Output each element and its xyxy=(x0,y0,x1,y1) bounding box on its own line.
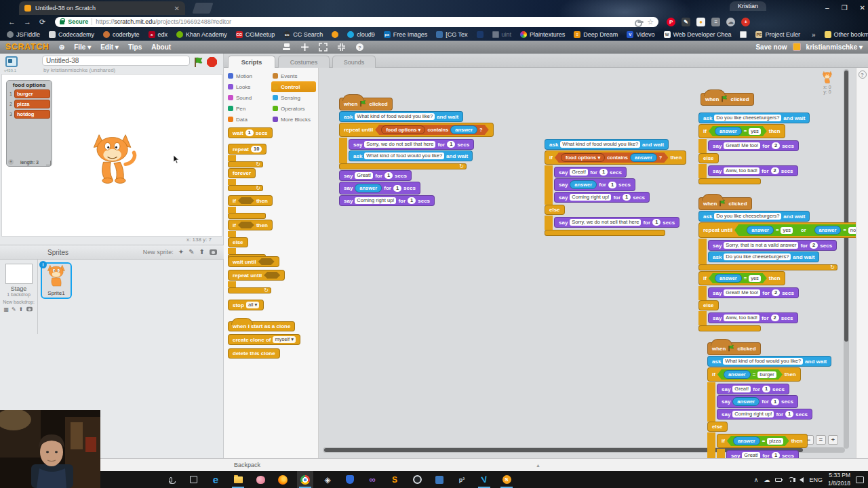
upload-icon[interactable]: ⬆ xyxy=(199,249,205,256)
taskbar-task-view[interactable] xyxy=(185,471,201,488)
block-help-icon[interactable]: ? xyxy=(355,43,364,52)
reporter-block[interactable]: answer xyxy=(732,397,760,406)
boolean-block[interactable]: answer=yes xyxy=(709,273,767,283)
script[interactable]: askDo you like cheeseburgers?and waitifa… xyxy=(698,113,810,185)
tray-expand-icon[interactable]: ∧ xyxy=(754,476,759,483)
hat-block[interactable]: when I start as a clone xyxy=(228,321,295,331)
taskbar-visual-studio[interactable]: ∞ xyxy=(364,471,380,488)
stack-block[interactable]: delete this clone xyxy=(228,348,280,359)
text-field[interactable]: Aww, too bad! xyxy=(724,314,760,321)
reporter-block[interactable]: answer xyxy=(450,125,477,134)
boolean-slot[interactable] xyxy=(264,272,280,279)
c-block[interactable]: ifthenelse xyxy=(228,220,273,261)
bookmark-Videvo[interactable]: VVidevo xyxy=(627,31,654,38)
taskbar-chrome[interactable] xyxy=(297,471,313,488)
bookmark-CGMeetup[interactable]: CGCGMeetup xyxy=(236,31,275,38)
stage-selector[interactable]: Stage 1 backdrop New backdrop: ▦ ✎ ⬆ xyxy=(0,260,38,334)
cat-sprite[interactable] xyxy=(87,131,138,184)
reporter-dropdown[interactable]: food options ▾ xyxy=(561,153,605,162)
stack-block[interactable]: sayAww, too bad!for2secs xyxy=(708,165,798,176)
stack-block[interactable]: askWhat kind of food would you like?and … xyxy=(349,150,473,161)
number-field[interactable]: 10 xyxy=(251,146,262,152)
reporter-block[interactable]: answer xyxy=(814,226,842,235)
number-field[interactable]: 2 xyxy=(772,142,780,149)
script[interactable]: wait1secs xyxy=(228,127,273,139)
close-button[interactable]: ✕ xyxy=(860,4,865,12)
taskbar-shield-app[interactable] xyxy=(342,471,358,488)
bookmark-cloud9[interactable]: cloud9 xyxy=(347,31,375,38)
reporter-block[interactable]: answer xyxy=(715,127,742,136)
stack-block[interactable]: askWhat kind of food would you like?and … xyxy=(707,356,831,367)
green-flag-button[interactable] xyxy=(193,57,204,68)
stack-block[interactable]: wait1secs xyxy=(228,127,273,138)
number-field[interactable]: 1 xyxy=(785,411,793,418)
number-field[interactable]: 2 xyxy=(771,314,779,321)
scripts-canvas[interactable]: x: 0 y: 0 − = + whenclickedaskWhat kind … xyxy=(319,68,856,458)
stack-block[interactable]: sayGreat!for1secs xyxy=(554,167,627,178)
taskbar-firefox[interactable] xyxy=(275,471,291,488)
bookmarks-overflow-icon[interactable]: » xyxy=(812,31,816,39)
sprite-info-icon[interactable]: i xyxy=(39,261,47,268)
reporter-block[interactable]: answer xyxy=(715,274,742,283)
c-block[interactable]: ifanswer=burgerthensayGreat!for1secssaya… xyxy=(707,367,812,458)
camera-icon[interactable] xyxy=(210,249,217,255)
number-field[interactable]: 1 xyxy=(623,194,631,201)
category-control[interactable]: Control xyxy=(271,81,316,92)
stack-block[interactable]: sayGreat! Me too!for2secs xyxy=(708,140,799,151)
number-field[interactable]: 1 xyxy=(384,172,393,179)
c-block[interactable]: ifthen xyxy=(228,195,273,220)
script[interactable]: repeat10↻ xyxy=(228,144,267,168)
text-field[interactable]: Great! xyxy=(732,386,751,392)
c-block[interactable]: repeat untilanswer=yesoranswer=nosaySorr… xyxy=(698,222,856,271)
script[interactable]: whenclickedaskDo you like cheeseburgers?… xyxy=(698,193,856,332)
boolean-block[interactable]: answer=pizza xyxy=(727,436,789,446)
pinterest-icon[interactable]: P xyxy=(667,18,675,26)
duplicate-stamp-icon[interactable] xyxy=(282,43,291,52)
text-field[interactable]: What kind of food would you like? xyxy=(560,141,640,148)
bookmark-Free Images[interactable]: pxFree Images xyxy=(384,31,428,38)
text-field[interactable]: Great! xyxy=(570,169,588,176)
bookmark-star-icon[interactable]: ☆ xyxy=(647,18,654,26)
text-field[interactable]: no xyxy=(848,227,856,234)
key-icon[interactable] xyxy=(637,21,644,23)
script[interactable]: delete this clone xyxy=(228,348,280,359)
script[interactable]: ifthenelse xyxy=(228,220,273,261)
stack-block[interactable]: stopall ▾ xyxy=(228,300,264,310)
reporter-block[interactable]: answer xyxy=(733,436,760,445)
text-field[interactable]: What kind of food would you like? xyxy=(364,152,444,159)
pencil-icon[interactable]: ✎ xyxy=(682,18,690,26)
bookmark-Codecademy[interactable]: Codecademy xyxy=(49,31,94,38)
stack-block[interactable]: saySorry, we do not sell that herefor1se… xyxy=(554,217,679,228)
paint-brush-icon[interactable]: ✎ xyxy=(12,306,16,313)
bookmark-edx[interactable]: xedx xyxy=(149,31,168,38)
tab-scripts[interactable]: Scripts xyxy=(228,56,275,68)
boolean-slot[interactable] xyxy=(238,222,254,228)
c-block[interactable]: repeat untilfood options ▾containsanswer… xyxy=(339,123,494,170)
reporter-block[interactable]: answer xyxy=(747,226,774,235)
reporter-block[interactable]: answer xyxy=(355,184,382,192)
number-field[interactable]: 1 xyxy=(447,141,455,148)
stack-block[interactable]: sayComing right up!for1secs xyxy=(717,409,812,420)
category-pen[interactable]: Pen xyxy=(226,103,271,114)
onedrive-cloud-icon[interactable]: ☁ xyxy=(764,476,770,483)
boolean-block[interactable]: answer=yesoranswer=no xyxy=(734,224,856,236)
bookmark-Deep Dream[interactable]: ≡Deep Dream xyxy=(574,31,618,38)
username-menu[interactable]: kristianmischke ▾ xyxy=(806,43,863,51)
number-field[interactable]: 1 xyxy=(608,182,616,188)
text-field[interactable]: Coming right up! xyxy=(732,411,774,418)
camera-icon[interactable] xyxy=(27,307,33,311)
list-add-button[interactable]: + xyxy=(8,159,14,165)
bookmark-[CG Tex[interactable]: [CG Tex xyxy=(436,31,467,38)
text-field[interactable]: Sorry, we do not sell that here xyxy=(570,219,641,226)
reporter-block[interactable]: answer xyxy=(570,180,597,189)
script[interactable]: forever↻ xyxy=(228,168,263,192)
list-value[interactable]: hotdog xyxy=(14,110,50,119)
boolean-block[interactable]: answer=yes xyxy=(741,225,799,235)
new-tab-button[interactable] xyxy=(192,3,213,14)
stack-block[interactable]: sayGreat!for1secs xyxy=(726,450,799,458)
taskbar-obs[interactable] xyxy=(409,471,425,488)
c-block[interactable]: repeat10↻ xyxy=(228,144,267,168)
reporter-block[interactable]: answer xyxy=(724,370,751,379)
stack-block[interactable]: sayGreat!for1secs xyxy=(717,384,789,394)
c-block[interactable]: repeat until↻ xyxy=(228,270,285,294)
